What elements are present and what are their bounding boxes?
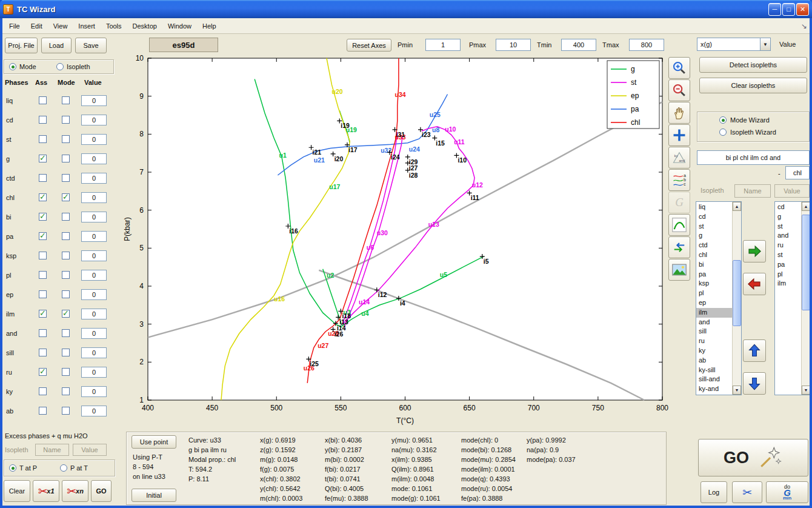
mode-checkbox-liq[interactable] xyxy=(62,96,70,104)
mode-checkbox-ksp[interactable] xyxy=(62,252,70,259)
isopleth-variable-select[interactable]: x(g) ▼ xyxy=(697,38,771,51)
value-field-g[interactable]: 0 xyxy=(81,153,107,164)
ass-checkbox-ep[interactable] xyxy=(39,290,47,298)
value-field-ru[interactable]: 0 xyxy=(81,367,107,378)
scrollbar[interactable]: ▲ ▼ xyxy=(732,202,741,395)
phase-list-item[interactable]: ctd xyxy=(696,241,732,250)
phase-list-item[interactable]: st xyxy=(775,250,801,260)
isopleth-wizard-radio[interactable] xyxy=(719,129,727,136)
value-field-cd[interactable]: 0 xyxy=(81,115,107,125)
phase-list-item[interactable]: pl xyxy=(775,270,801,279)
value-field-ctd[interactable]: 0 xyxy=(81,173,107,184)
value-field-st[interactable]: 0 xyxy=(81,134,107,145)
mode-checkbox-bi[interactable] xyxy=(62,213,70,221)
phase-list-item[interactable]: g xyxy=(696,231,732,241)
phase-list-item[interactable]: cd xyxy=(775,202,801,212)
menu-item[interactable]: Insert xyxy=(73,19,101,33)
ass-checkbox-ksp[interactable] xyxy=(39,252,47,259)
phase-list-item[interactable]: and xyxy=(775,231,801,241)
menu-item[interactable]: Edit xyxy=(25,19,48,33)
mode-checkbox-and[interactable] xyxy=(62,329,70,337)
isopleth-radio[interactable] xyxy=(56,63,64,70)
menu-item[interactable]: Help xyxy=(197,19,222,33)
mode-checkbox-chl[interactable] xyxy=(62,193,70,201)
move-left-button[interactable] xyxy=(743,273,766,295)
swap-axes-button[interactable] xyxy=(668,236,690,258)
ass-checkbox-pl[interactable] xyxy=(39,271,47,279)
value-field-pa[interactable]: 0 xyxy=(81,231,107,242)
phase-list-item[interactable]: ep xyxy=(696,298,732,308)
snapshot-button[interactable] xyxy=(668,259,690,281)
mode-checkbox-ky[interactable] xyxy=(62,387,70,395)
ky-sill-and-button[interactable]: kyand xyxy=(668,147,690,169)
phase-list-item[interactable]: liq xyxy=(696,202,732,212)
reset-axes-button[interactable]: Reset Axes xyxy=(347,39,391,52)
phase-list-item[interactable]: g xyxy=(775,212,801,222)
cut-xn-button[interactable]: ✂xn xyxy=(62,480,88,502)
value-field-ksp[interactable]: 0 xyxy=(81,250,107,261)
ass-checkbox-and[interactable] xyxy=(39,329,47,337)
load-button[interactable]: Load xyxy=(41,38,72,53)
mode-checkbox-cd[interactable] xyxy=(62,116,70,124)
t-at-p-radio[interactable] xyxy=(9,464,16,472)
ass-checkbox-ctd[interactable] xyxy=(39,174,47,182)
scroll-down-icon[interactable]: ▼ xyxy=(802,386,810,395)
phase-list-item[interactable]: ksp xyxy=(696,279,732,289)
go-small-button[interactable]: GO xyxy=(91,480,111,502)
phase-list-item[interactable]: ru xyxy=(775,241,801,250)
cut-x1-button[interactable]: ✂x1 xyxy=(33,480,59,502)
clear-button[interactable]: Clear xyxy=(4,480,30,502)
phase-list-item[interactable]: st xyxy=(696,222,732,232)
value-field-ab[interactable]: 0 xyxy=(81,406,107,416)
phase-list-item[interactable]: pa xyxy=(775,260,801,270)
mode-checkbox-st[interactable] xyxy=(62,135,70,143)
phase-list-item[interactable]: ilm xyxy=(775,279,801,289)
remove-phase-field[interactable]: chl xyxy=(785,166,810,179)
phase-list-item[interactable]: ky-sill xyxy=(696,366,732,375)
mode-checkbox-ru[interactable] xyxy=(62,368,70,376)
value-field-liq[interactable]: 0 xyxy=(81,95,107,106)
ass-checkbox-g[interactable] xyxy=(39,155,47,162)
phase-list-item[interactable]: ru xyxy=(696,336,732,346)
minimize-button[interactable]: ─ xyxy=(768,3,781,16)
value-field-and[interactable]: 0 xyxy=(81,328,107,339)
value-field-ep[interactable]: 0 xyxy=(81,289,107,300)
ass-checkbox-liq[interactable] xyxy=(39,96,47,104)
phase-list-item[interactable]: st xyxy=(775,222,801,232)
isopleth-value-field[interactable]: Value xyxy=(73,444,107,456)
isopleth-name-field[interactable]: Name xyxy=(35,444,69,456)
menu-item[interactable]: Desktop xyxy=(127,19,162,33)
scroll-up-icon[interactable]: ▲ xyxy=(802,202,810,211)
menu-item[interactable]: Tools xyxy=(101,19,127,33)
value-field-bi[interactable]: 0 xyxy=(81,212,107,222)
isopleth-value-field[interactable]: Value xyxy=(774,184,810,198)
phase-list-item[interactable]: ky xyxy=(696,346,732,356)
ass-checkbox-ab[interactable] xyxy=(39,407,47,415)
close-button[interactable]: ✕ xyxy=(796,3,809,16)
scroll-up-icon[interactable]: ▲ xyxy=(733,202,741,211)
menu-item[interactable]: View xyxy=(48,19,73,33)
move-right-button[interactable] xyxy=(743,240,766,262)
scroll-thumb[interactable] xyxy=(802,215,810,310)
value-field-ilm[interactable]: 0 xyxy=(81,309,107,319)
abc-curves-button[interactable]: abc xyxy=(668,169,690,191)
phase-list-item[interactable]: sill-and xyxy=(696,375,732,384)
phase-list-item[interactable]: pl xyxy=(696,289,732,298)
move-down-button[interactable] xyxy=(743,372,766,395)
ass-checkbox-sill[interactable] xyxy=(39,349,47,356)
do-g-min-button[interactable]: do G min xyxy=(766,481,808,503)
p-at-t-radio[interactable] xyxy=(60,464,67,472)
log-button[interactable]: Log xyxy=(701,481,727,503)
mode-checkbox-pl[interactable] xyxy=(62,271,70,279)
tmax-field[interactable]: 800 xyxy=(629,39,664,51)
scroll-thumb[interactable] xyxy=(733,260,741,326)
phase-list-item[interactable]: bi xyxy=(696,260,732,270)
scroll-down-icon[interactable]: ▼ xyxy=(733,386,741,395)
ass-checkbox-ru[interactable] xyxy=(39,368,47,376)
chevron-down-icon[interactable]: ▼ xyxy=(760,38,770,50)
phase-list-item[interactable]: ab xyxy=(696,356,732,366)
clear-isopleths-button[interactable]: Clear isopleths xyxy=(699,78,807,93)
mode-curve-button[interactable] xyxy=(668,214,690,236)
phase-list-item[interactable]: sill xyxy=(696,327,732,336)
mode-checkbox-sill[interactable] xyxy=(62,349,70,356)
